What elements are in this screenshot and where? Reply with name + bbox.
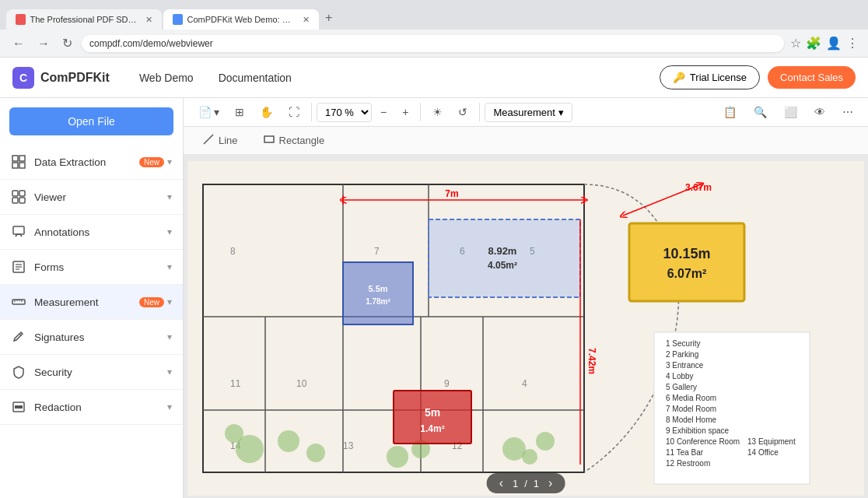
view-icon — [11, 189, 26, 205]
sidebar-item-label-viewer: Viewer — [34, 191, 164, 203]
open-file-button[interactable]: Open File — [9, 107, 173, 135]
svg-text:7: 7 — [374, 246, 380, 257]
extensions-button[interactable]: 🧩 — [806, 36, 821, 51]
chevron-down-icon: ▾ — [167, 226, 172, 237]
more-options-button[interactable]: ⋮ — [846, 36, 859, 51]
tab-close-1[interactable]: ✕ — [145, 15, 152, 25]
pdf-viewer: 8 7 6 5 11 10 9 4 14 13 12 — [184, 155, 868, 498]
page-total: 1 — [534, 478, 539, 489]
logo-text: ComPDFKit — [40, 71, 110, 85]
sidebar-item-redaction[interactable]: Redaction ▾ — [0, 390, 183, 425]
browser-tab-2[interactable]: ComPDFKit Web Demo: View... ✕ — [163, 9, 319, 30]
tab-label-2: ComPDFKit Web Demo: View... — [187, 15, 295, 24]
browser-tabs: The Professional PDF SDK fo... ✕ ComPDFK… — [0, 0, 868, 30]
more-options-button[interactable]: ⋯ — [835, 102, 860, 122]
more-icon: ⋯ — [842, 106, 853, 118]
sidebar-item-security[interactable]: Security ▾ — [0, 355, 183, 390]
browser-tab-1[interactable]: The Professional PDF SDK fo... ✕ — [6, 9, 162, 30]
svg-text:1.78m²: 1.78m² — [366, 297, 390, 306]
svg-rect-8 — [13, 226, 24, 234]
zoom-in-button[interactable]: + — [395, 102, 415, 122]
note-button[interactable]: 📋 — [716, 102, 744, 122]
zoom-out-button[interactable]: − — [373, 102, 394, 122]
redact-icon — [11, 399, 26, 415]
header-actions: 🔑 Trial License Contact Sales — [660, 65, 856, 89]
trial-license-button[interactable]: 🔑 Trial License — [660, 65, 760, 89]
new-tab-button[interactable]: + — [320, 6, 337, 30]
sidebar-item-measurement[interactable]: Measurement New ▾ — [0, 285, 183, 320]
sidebar-item-annotations[interactable]: Annotations ▾ — [0, 215, 183, 250]
svg-text:1  Security: 1 Security — [666, 339, 700, 348]
profile-button[interactable]: 👤 — [826, 36, 842, 51]
svg-text:6.07m²: 6.07m² — [667, 267, 707, 280]
logo-icon: C — [12, 67, 34, 89]
rotate-button[interactable]: ↺ — [451, 102, 474, 122]
svg-text:4: 4 — [522, 378, 527, 389]
refresh-button[interactable]: ↻ — [59, 34, 75, 52]
svg-rect-2 — [12, 163, 18, 168]
rotate-icon: ↺ — [458, 106, 467, 118]
sidebar: Open File Data Extraction New ▾ Viewer ▾… — [0, 98, 184, 498]
svg-text:5m: 5m — [425, 406, 440, 419]
svg-text:5  Gallery: 5 Gallery — [666, 383, 697, 391]
chevron-down-icon: ▾ — [167, 156, 172, 167]
new-file-button[interactable]: 📄▾ — [191, 102, 226, 122]
view-mode-button[interactable]: 👁 — [807, 102, 832, 122]
chevron-down-icon: ▾ — [167, 261, 172, 272]
sidebar-item-forms[interactable]: Forms ▾ — [0, 250, 183, 285]
chevron-down-icon: ▾ — [167, 366, 172, 377]
tab-favicon-1 — [16, 14, 26, 25]
svg-rect-3 — [19, 163, 25, 168]
next-page-button[interactable]: › — [545, 476, 555, 490]
fit-page-button[interactable]: ⛶ — [282, 102, 306, 122]
separator — [479, 103, 480, 121]
grid-icon — [11, 154, 26, 170]
svg-text:5.5m: 5.5m — [368, 284, 387, 293]
add-page-button[interactable]: ⊞ — [228, 102, 251, 122]
split-icon: ⬜ — [784, 106, 797, 118]
hand-icon: ✋ — [260, 106, 273, 118]
header-nav-docs[interactable]: Documentation — [208, 67, 303, 89]
file-dropdown-arrow: ▾ — [214, 106, 219, 118]
brightness-button[interactable]: ☀ — [425, 102, 450, 122]
tab-close-2[interactable]: ✕ — [303, 15, 310, 25]
search-button[interactable]: 🔍 — [747, 102, 774, 122]
sidebar-item-signatures[interactable]: Signatures ▾ — [0, 320, 183, 355]
header-nav-webdemo[interactable]: Web Demo — [128, 67, 205, 89]
address-input[interactable] — [82, 35, 784, 52]
bookmark-button[interactable]: ☆ — [790, 36, 801, 51]
back-button[interactable]: ← — [9, 35, 28, 52]
svg-text:13: 13 — [343, 440, 354, 451]
sidebar-badge-measurement: New — [139, 297, 164, 307]
sidebar-item-data-extraction[interactable]: Data Extraction New ▾ — [0, 145, 183, 180]
contact-sales-button[interactable]: Contact Sales — [768, 66, 856, 89]
zoom-select[interactable]: 170 % 100 % 150 % 200 % — [317, 103, 372, 122]
file-icon: 📄 — [198, 106, 212, 118]
app-header: C ComPDFKit Web Demo Documentation 🔑 Tri… — [0, 58, 868, 98]
rectangle-icon — [263, 133, 275, 148]
eye-icon: 👁 — [814, 106, 825, 118]
svg-text:2  Parking: 2 Parking — [666, 350, 698, 359]
line-tool-button[interactable]: Line — [193, 130, 247, 151]
rectangle-tool-button[interactable]: Rectangle — [254, 130, 334, 151]
svg-text:3.67m: 3.67m — [685, 182, 712, 193]
svg-rect-22 — [264, 136, 274, 142]
svg-text:8.92m: 8.92m — [488, 245, 517, 257]
svg-text:8  Model Home: 8 Model Home — [666, 416, 716, 424]
prev-page-button[interactable]: ‹ — [496, 476, 506, 490]
pdf-content-area: 8 7 6 5 11 10 9 4 14 13 12 — [184, 155, 868, 498]
svg-rect-58 — [429, 219, 580, 297]
svg-text:9  Exhibition space: 9 Exhibition space — [666, 426, 730, 435]
browser-address-bar: ← → ↻ ☆ 🧩 👤 ⋮ — [0, 30, 868, 57]
svg-text:4  Lobby: 4 Lobby — [666, 372, 694, 381]
line-tool-label: Line — [219, 135, 238, 146]
sidebar-item-viewer[interactable]: Viewer ▾ — [0, 180, 183, 215]
split-view-button[interactable]: ⬜ — [777, 102, 804, 122]
svg-text:7m: 7m — [445, 188, 458, 199]
measurement-dropdown[interactable]: Measurement ▾ — [485, 103, 572, 122]
svg-text:3  Entrance: 3 Entrance — [666, 361, 704, 370]
svg-point-45 — [306, 444, 325, 462]
hand-tool-button[interactable]: ✋ — [253, 102, 280, 122]
svg-rect-13 — [12, 300, 25, 304]
forward-button[interactable]: → — [34, 35, 53, 52]
